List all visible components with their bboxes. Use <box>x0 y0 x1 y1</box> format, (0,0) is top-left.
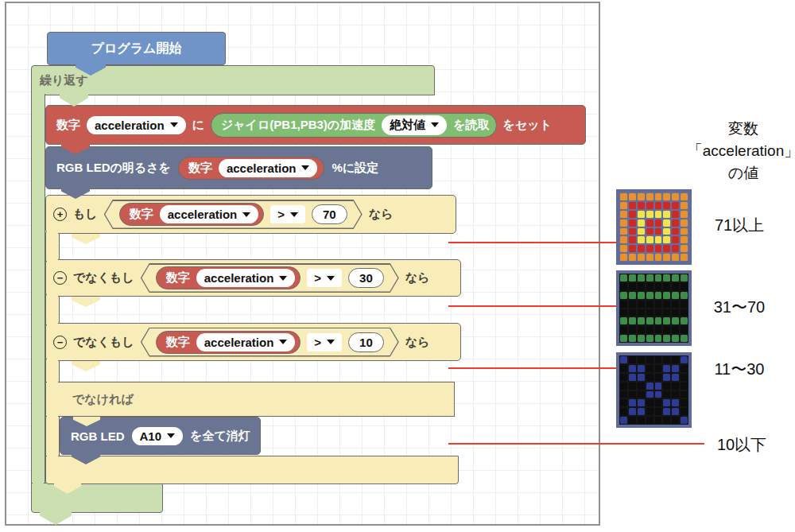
number-type-label: 数字 <box>166 335 190 350</box>
range-label-10: 10以下 <box>682 434 795 456</box>
led-cell <box>672 382 679 390</box>
led-cell <box>629 211 636 218</box>
led-cell <box>681 202 688 209</box>
led-cell <box>620 365 627 372</box>
led-cell <box>629 292 636 299</box>
led-cell <box>638 408 645 415</box>
led-cell <box>672 408 679 415</box>
led-cell <box>663 365 670 372</box>
led-cell <box>655 382 662 390</box>
led-cell <box>646 283 653 290</box>
absolute-value-dropdown[interactable]: 絶対値 <box>382 115 447 135</box>
dropdown-caret-icon <box>279 340 287 344</box>
led-cell <box>681 408 688 415</box>
block-seam-patch <box>47 415 58 418</box>
led-cell <box>620 219 627 227</box>
led-cell <box>638 202 645 209</box>
operator-dropdown[interactable]: > <box>307 269 342 287</box>
led-cell <box>638 399 645 406</box>
dropdown-caret-icon <box>279 276 287 281</box>
led-cell <box>663 202 670 209</box>
collapse-icon[interactable]: − <box>53 336 67 349</box>
led-cell <box>629 399 636 406</box>
port-dropdown[interactable]: A10 <box>132 427 184 445</box>
led-cell <box>672 391 679 398</box>
repeat-label: 繰り返す <box>40 73 88 88</box>
led-cell <box>646 356 653 363</box>
number-variable-reporter[interactable]: 数字 acceleration <box>156 266 301 289</box>
led-off-prefix-label: RGB LED <box>71 429 125 443</box>
number-type-label: 数字 <box>166 270 190 285</box>
program-start-block[interactable]: プログラム開始 <box>47 32 226 65</box>
led-cell <box>620 374 627 381</box>
expand-icon[interactable]: + <box>53 208 67 221</box>
set-variable-block[interactable]: 数字 acceleration に ジャイロ(PB1,PB3)の加速度 絶対値 … <box>45 105 586 145</box>
brightness-suffix-label: %に設定 <box>332 161 378 176</box>
if-header-block[interactable]: + もし 数字 acceleration > <box>45 195 456 234</box>
led-cell <box>620 236 627 243</box>
led-cell <box>629 219 636 227</box>
led-brightness-block[interactable]: RGB LEDの明るさを 数字 acceleration %に設定 <box>45 146 432 189</box>
elif-header-block[interactable]: − でなくもし 数字 acceleration > <box>45 323 461 361</box>
led-cell <box>620 408 627 415</box>
repeat-block-spine[interactable] <box>31 94 45 484</box>
connector-line-31-70 <box>448 305 616 307</box>
led-cell <box>620 301 627 308</box>
led-cell <box>638 283 645 290</box>
gyro-reporter-block[interactable]: ジャイロ(PB1,PB3)の加速度 絶対値 を読取 <box>211 113 497 138</box>
led-cell <box>646 211 653 218</box>
led-cell <box>646 219 653 227</box>
variable-dropdown[interactable]: acceleration <box>196 269 296 287</box>
variable-dropdown[interactable]: acceleration <box>87 116 186 134</box>
threshold-field[interactable]: 10 <box>348 332 384 352</box>
workspace-canvas[interactable]: 繰り返す プログラム開始 数字 acceleration に ジャイロ(PB1,… <box>5 2 600 526</box>
led-cell <box>620 211 627 218</box>
number-variable-reporter[interactable]: 数字 acceleration <box>156 331 301 354</box>
variable-dropdown[interactable]: acceleration <box>219 159 318 177</box>
led-off-suffix-label: を全て消灯 <box>190 429 250 444</box>
slot-connector-tab <box>72 361 100 371</box>
led-cell <box>681 193 688 200</box>
led-cell <box>646 326 653 333</box>
variable-dropdown[interactable]: acceleration <box>196 333 296 351</box>
led-cell <box>672 236 679 243</box>
collapse-icon[interactable]: − <box>53 271 67 285</box>
led-cell <box>672 283 679 290</box>
led-cell <box>620 326 627 333</box>
led-cell <box>638 274 645 282</box>
led-cell <box>681 236 688 243</box>
threshold-field[interactable]: 30 <box>348 268 384 288</box>
variable-dropdown-value: acceleration <box>204 271 274 285</box>
condition-socket: 数字 acceleration > 30 <box>141 263 399 293</box>
led-cell <box>663 309 670 316</box>
operator-value: > <box>314 336 321 349</box>
led-cell <box>620 417 627 424</box>
dropdown-caret-icon <box>327 276 335 281</box>
number-type-label: 数字 <box>188 161 212 176</box>
led-cell <box>629 193 636 200</box>
led-cell <box>655 374 662 381</box>
number-variable-reporter[interactable]: 数字 acceleration <box>178 157 325 180</box>
led-cell <box>663 245 670 252</box>
elif-header-block[interactable]: − でなくもし 数字 acceleration > <box>45 259 461 297</box>
then-keyword: なら <box>405 270 430 285</box>
operator-dropdown[interactable]: > <box>270 205 305 223</box>
if-bottom-bar[interactable] <box>45 456 459 484</box>
repeat-block-bottom[interactable] <box>31 483 163 513</box>
led-cell <box>655 245 662 252</box>
dropdown-caret-icon <box>170 122 178 127</box>
block-seam-patch <box>33 481 44 485</box>
variable-dropdown[interactable]: acceleration <box>160 205 259 223</box>
operator-dropdown[interactable]: > <box>307 333 342 351</box>
led-cell <box>638 365 645 372</box>
led-cell <box>629 317 636 324</box>
threshold-field[interactable]: 70 <box>312 204 347 224</box>
else-bar[interactable]: でなければ <box>45 382 455 417</box>
led-cell <box>655 274 662 282</box>
led-cell <box>663 301 670 308</box>
then-keyword: なら <box>405 335 430 350</box>
led-cell <box>663 356 670 363</box>
led-cell <box>620 382 627 390</box>
block-seam-patch <box>47 359 58 363</box>
number-variable-reporter[interactable]: 数字 acceleration <box>119 203 265 226</box>
